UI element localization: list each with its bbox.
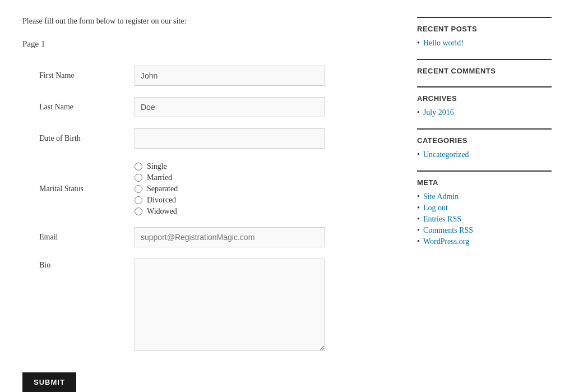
- last-name-label-cell: Last Name: [22, 91, 135, 123]
- form-table: First Name Last Name: [22, 60, 395, 359]
- list-item: Hello world!: [417, 39, 552, 48]
- main-content: Please fill out the form below to regist…: [22, 17, 395, 392]
- bio-input-cell: [135, 253, 395, 359]
- meta-wordpress-org-link[interactable]: WordPress.org: [423, 237, 469, 246]
- recent-posts-heading: RECENT POSTS: [417, 25, 552, 33]
- marital-status-label-cell: Marital Status: [22, 154, 135, 222]
- radio-separated-label: Separated: [147, 185, 178, 193]
- sidebar-section-categories: CATEGORIES Uncategorized: [417, 128, 552, 159]
- intro-text: Please fill out the form below to regist…: [22, 17, 395, 26]
- dob-label: Date of Birth: [39, 134, 81, 142]
- radio-married-label: Married: [147, 173, 172, 182]
- first-name-input-cell: [135, 60, 395, 91]
- sidebar-section-recent-comments: RECENT COMMENTS: [417, 59, 552, 75]
- meta-log-out-link[interactable]: Log out: [423, 204, 448, 213]
- first-name-label-cell: First Name: [22, 60, 135, 91]
- list-item: July 2016: [417, 108, 552, 117]
- meta-entries-rss-link[interactable]: Entries RSS: [423, 215, 461, 224]
- email-label-cell: Email: [22, 222, 135, 253]
- radio-separated[interactable]: Separated: [135, 185, 390, 193]
- table-row: Marital Status Single Married: [22, 154, 395, 222]
- page-wrapper: Please fill out the form below to regist…: [0, 0, 574, 392]
- radio-separated-input[interactable]: [135, 185, 142, 193]
- radio-widowed-label: Widowed: [147, 207, 177, 216]
- radio-widowed[interactable]: Widowed: [135, 207, 390, 216]
- table-row: Date of Birth: [22, 123, 395, 154]
- sidebar: RECENT POSTS Hello world! RECENT COMMENT…: [417, 17, 552, 392]
- first-name-input[interactable]: [135, 66, 325, 86]
- sidebar-section-meta: META Site Admin Log out Entries RSS Comm…: [417, 170, 552, 246]
- table-row: Bio: [22, 253, 395, 359]
- marital-status-radio-group: Single Married Separated: [135, 162, 390, 216]
- last-name-input-cell: [135, 91, 395, 123]
- table-row: Last Name: [22, 91, 395, 123]
- radio-single-label: Single: [147, 162, 167, 171]
- page-label: Page 1: [22, 39, 395, 49]
- bio-textarea[interactable]: [135, 259, 325, 351]
- radio-widowed-input[interactable]: [135, 207, 142, 215]
- radio-single-input[interactable]: [135, 163, 142, 170]
- list-item: Log out: [417, 204, 552, 213]
- meta-site-admin-link[interactable]: Site Admin: [423, 192, 459, 201]
- recent-comments-heading: RECENT COMMENTS: [417, 67, 552, 75]
- sidebar-divider: [417, 59, 552, 60]
- email-input[interactable]: [135, 227, 325, 247]
- registration-form: First Name Last Name: [22, 60, 395, 392]
- email-label: Email: [39, 233, 58, 241]
- archives-july-2016-link[interactable]: July 2016: [423, 108, 454, 117]
- bio-label-cell: Bio: [22, 253, 135, 359]
- archives-heading: ARCHIVES: [417, 94, 552, 103]
- email-input-cell: [135, 222, 395, 253]
- categories-uncategorized-link[interactable]: Uncategorized: [423, 150, 469, 159]
- last-name-input[interactable]: [135, 97, 325, 117]
- radio-divorced-input[interactable]: [135, 196, 142, 204]
- meta-heading: META: [417, 178, 552, 187]
- archives-list: July 2016: [417, 108, 552, 117]
- sidebar-section-recent-posts: RECENT POSTS Hello world!: [417, 17, 552, 48]
- table-row: Email: [22, 222, 395, 253]
- radio-single[interactable]: Single: [135, 162, 390, 171]
- recent-posts-list: Hello world!: [417, 39, 552, 48]
- marital-status-options-cell: Single Married Separated: [135, 154, 395, 222]
- meta-comments-rss-link[interactable]: Comments RSS: [423, 226, 473, 235]
- categories-list: Uncategorized: [417, 150, 552, 159]
- first-name-label: First Name: [39, 71, 75, 80]
- sidebar-section-archives: ARCHIVES July 2016: [417, 86, 552, 117]
- dob-input-cell: [135, 123, 395, 154]
- table-row: First Name: [22, 60, 395, 91]
- recent-posts-hello-world-link[interactable]: Hello world!: [423, 39, 464, 48]
- dob-label-cell: Date of Birth: [22, 123, 135, 154]
- sidebar-divider: [417, 170, 552, 172]
- list-item: Site Admin: [417, 192, 552, 201]
- categories-heading: CATEGORIES: [417, 136, 552, 145]
- dob-input[interactable]: [135, 128, 325, 149]
- radio-married[interactable]: Married: [135, 173, 390, 182]
- meta-list: Site Admin Log out Entries RSS Comments …: [417, 192, 552, 246]
- submit-button[interactable]: SUBMIT: [22, 372, 76, 392]
- marital-status-label: Marital Status: [39, 185, 84, 193]
- sidebar-divider: [417, 86, 552, 87]
- sidebar-divider: [417, 17, 552, 18]
- bio-label: Bio: [39, 261, 50, 269]
- list-item: Entries RSS: [417, 215, 552, 224]
- last-name-label: Last Name: [39, 103, 73, 111]
- sidebar-divider: [417, 128, 552, 130]
- list-item: WordPress.org: [417, 237, 552, 246]
- list-item: Uncategorized: [417, 150, 552, 159]
- radio-married-input[interactable]: [135, 174, 142, 182]
- list-item: Comments RSS: [417, 226, 552, 235]
- radio-divorced-label: Divorced: [147, 196, 176, 205]
- radio-divorced[interactable]: Divorced: [135, 196, 390, 205]
